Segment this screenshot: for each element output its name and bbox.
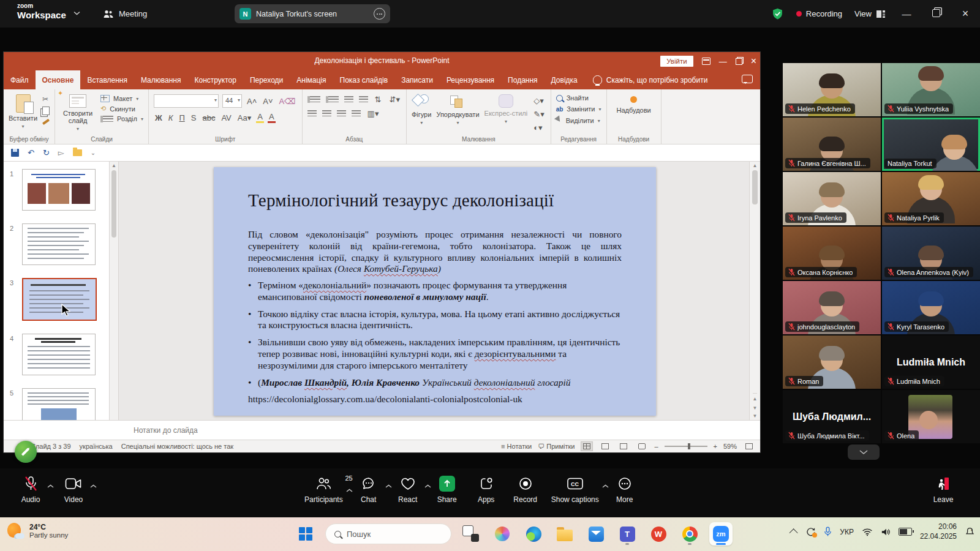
slide-vertical-scrollbar[interactable]: ▲ ▲▼ ▼ xyxy=(749,162,760,420)
notification-bell-icon[interactable]: z xyxy=(965,527,975,537)
tab-Анімація[interactable]: Анімація xyxy=(290,70,333,89)
copy-button[interactable] xyxy=(42,107,50,115)
tab-Подання[interactable]: Подання xyxy=(501,70,544,89)
save-button[interactable] xyxy=(11,149,19,157)
comments-toggle-button[interactable]: 🗩 Примітки xyxy=(538,443,575,450)
tray-expand-chevron[interactable] xyxy=(791,529,797,535)
zoom-in-button[interactable]: + xyxy=(714,443,717,450)
bold-button[interactable]: Ж xyxy=(154,113,164,122)
zoom-out-button[interactable]: – xyxy=(654,443,658,450)
clear-formatting-button[interactable]: A⌫ xyxy=(278,97,297,106)
shape-outline-button[interactable]: ✎▾ xyxy=(532,110,545,119)
line-spacing-button[interactable]: ⇅ xyxy=(374,95,383,104)
clock[interactable]: 20:06 22.04.2025 xyxy=(920,522,957,541)
react-button[interactable]: React xyxy=(394,476,421,504)
chevron-up-icon[interactable] xyxy=(90,484,97,489)
taskbar-app-chrome[interactable] xyxy=(678,522,701,545)
participant-tile-roman[interactable]: Roman xyxy=(783,335,881,389)
decrease-font-button[interactable]: A˅ xyxy=(262,97,274,106)
participant-tile-шуба-людмила-вікт-[interactable]: Шуба Людмил...Шуба Людмила Вікт... xyxy=(783,390,881,443)
numbering-button[interactable] xyxy=(326,96,339,103)
taskbar-search[interactable]: Пошук xyxy=(325,523,451,544)
chevron-up-icon[interactable] xyxy=(47,484,54,489)
participant-tile-iryna-pavlenko[interactable]: Iryna Pavlenko xyxy=(783,172,881,225)
slideshow-view-button[interactable] xyxy=(636,441,648,451)
record-button[interactable]: Record xyxy=(512,476,539,504)
thumbnail-slide-1[interactable] xyxy=(22,169,96,211)
highlight-color-button[interactable]: A xyxy=(256,112,264,123)
tab-Вставлення[interactable]: Вставлення xyxy=(80,70,134,89)
open-file-button[interactable] xyxy=(73,149,82,156)
reading-view-button[interactable] xyxy=(617,441,630,451)
apps-button[interactable]: Apps xyxy=(473,476,500,504)
strikethrough-button[interactable]: abc xyxy=(201,113,216,122)
cut-button[interactable]: ✂ xyxy=(42,95,50,103)
ppt-ribbon-options-icon[interactable] xyxy=(702,58,710,65)
align-center-button[interactable] xyxy=(322,110,331,117)
start-button[interactable] xyxy=(294,522,317,545)
participant-tile-yuliia-vyshnytska[interactable]: Yuliia Vyshnytska xyxy=(882,63,980,116)
undo-button[interactable]: ↶ xyxy=(28,148,34,157)
tab-Конструктор[interactable]: Конструктор xyxy=(187,70,243,89)
chevron-up-icon[interactable] xyxy=(602,484,609,489)
taskbar-app-teams[interactable]: T xyxy=(616,522,639,545)
more-button[interactable]: More xyxy=(611,476,638,504)
format-painter-button[interactable] xyxy=(42,119,50,125)
video-chevron[interactable] xyxy=(90,480,97,491)
share-button[interactable]: Share xyxy=(434,476,461,504)
fit-to-window-button[interactable] xyxy=(743,441,755,451)
reset-button[interactable]: ⟲Скинути xyxy=(100,105,143,113)
tab-Довідка[interactable]: Довідка xyxy=(545,70,584,89)
align-left-button[interactable] xyxy=(307,110,317,117)
taskbar-app-edge[interactable] xyxy=(522,522,545,545)
captions-button[interactable]: CCShow captions xyxy=(551,476,599,504)
slide-sorter-view-button[interactable] xyxy=(599,441,611,451)
previous-slide-button[interactable]: ▲ xyxy=(753,396,758,402)
tab-meeting[interactable]: Meeting xyxy=(97,0,153,28)
notes-toggle-button[interactable]: ≡ Нотатки xyxy=(501,443,532,450)
layout-button[interactable]: Макет▾ xyxy=(100,95,143,102)
chat-button[interactable]: Chat xyxy=(355,476,382,504)
slide-title[interactable]: Термінологічний тезаурус деколонізації xyxy=(248,190,622,211)
window-minimize-button[interactable]: — xyxy=(898,9,915,19)
zoom-level[interactable]: 59% xyxy=(723,443,737,450)
sync-update-icon[interactable] xyxy=(805,527,816,537)
zoom-slider[interactable] xyxy=(665,446,707,447)
speaker-icon[interactable] xyxy=(881,528,891,536)
current-slide[interactable]: Термінологічний тезаурус деколонізації П… xyxy=(214,167,656,416)
react-chevron[interactable] xyxy=(424,480,431,491)
redo-button[interactable]: ↻ xyxy=(43,148,50,157)
tell-me-assist[interactable]: Скажіть, що потрібно зробити xyxy=(593,70,708,89)
participant-tile-ludmiła-mnich[interactable]: Ludmiła MnichLudmiła Mnich xyxy=(882,335,980,389)
participant-tile-галина-євгенівна-ш-[interactable]: Галина Євгенівна Ш... xyxy=(783,118,881,171)
increase-font-button[interactable]: A˄ xyxy=(246,97,258,106)
audio-chevron[interactable] xyxy=(47,480,54,491)
chevron-up-icon[interactable] xyxy=(346,489,353,493)
thumbnail-item-3[interactable]: 3 xyxy=(10,278,109,321)
accessibility-status[interactable]: Спеціальні можливості: щось не так xyxy=(121,443,233,450)
text-direction-button[interactable]: ⇵▾ xyxy=(388,95,401,104)
shapes-button[interactable]: Фігури▾ xyxy=(412,92,431,134)
taskbar-app-wps[interactable]: W xyxy=(647,522,670,545)
start-slideshow-button[interactable]: ▻ xyxy=(58,148,64,157)
audio-button[interactable]: Audio xyxy=(17,476,44,504)
chevron-up-icon[interactable] xyxy=(385,484,392,489)
window-restore-button[interactable] xyxy=(927,9,944,19)
slide-paragraph[interactable]: Під словом «деколонізація" розуміють про… xyxy=(248,229,622,275)
columns-button[interactable]: ▥▾ xyxy=(366,109,380,118)
participant-tile-helen-pedchenko[interactable]: Helen Pedchenko xyxy=(783,63,881,116)
addins-button[interactable]: Надбудови xyxy=(617,92,651,115)
shape-effects-button[interactable]: ◐▾ xyxy=(532,123,545,132)
replace-button[interactable]: abЗамінити▾ xyxy=(556,105,601,113)
thumbnail-item-4[interactable]: 4 xyxy=(10,334,109,375)
notes-pane[interactable]: Нотатки до слайда xyxy=(4,420,760,440)
quick-styles-button[interactable]: Експрес-стилі▾ xyxy=(484,92,528,134)
new-slide-button[interactable]: ✦ Створити слайд▾ xyxy=(60,92,96,134)
customize-qat-button[interactable]: ⌄ xyxy=(91,149,96,156)
thumbnail-slide-5[interactable] xyxy=(22,388,96,420)
security-shield-icon[interactable] xyxy=(771,7,784,20)
font-size-combobox[interactable]: 44▾ xyxy=(222,94,242,108)
underline-button[interactable]: П xyxy=(178,113,186,122)
chat-chevron[interactable] xyxy=(385,480,392,491)
gallery-more-button[interactable] xyxy=(848,444,880,460)
